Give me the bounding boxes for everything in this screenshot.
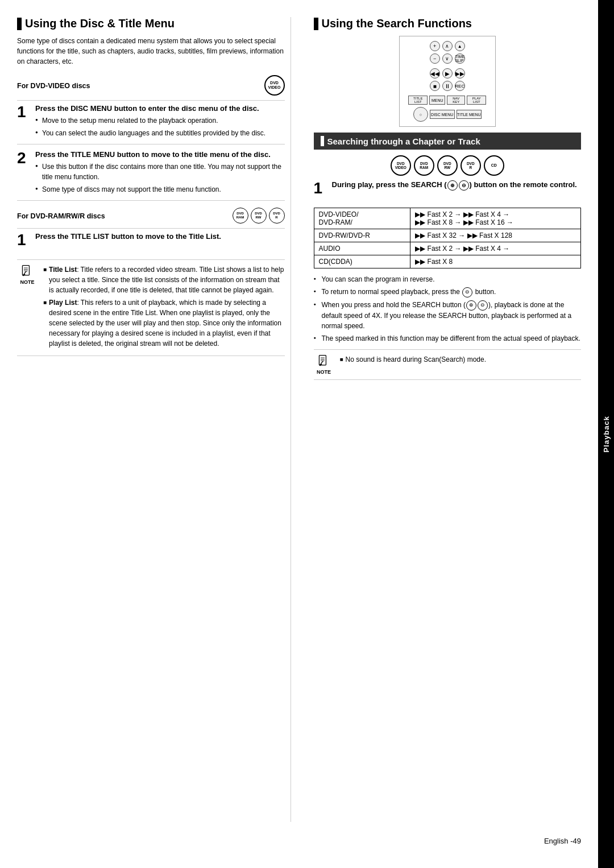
table-cell-dvd-rw-label: DVD-RW/DVD-R bbox=[314, 229, 410, 242]
note-icon-right: NOTE bbox=[314, 354, 334, 375]
step2-bullet-1: Use this button if the disc contains mor… bbox=[35, 162, 285, 182]
left-title-text: Using the Disc & Title Menu bbox=[25, 17, 175, 30]
remote-btn-navi-key: NAVKEY bbox=[447, 96, 465, 105]
right-step1-title: During play, press the SEARCH (⊕⊖) butto… bbox=[332, 180, 582, 191]
search-cd-icon: CD bbox=[484, 155, 504, 176]
page-footer: English -49 bbox=[17, 833, 581, 845]
search-dvd-rw-icon: DVDRW bbox=[437, 155, 458, 176]
step1-content: Press the DISC MENU button to enter the … bbox=[35, 104, 285, 138]
dvd-ram-label: For DVD-RAM/RW/R discs bbox=[17, 212, 105, 220]
left-note: NOTE ■ Title List: Title refers to a rec… bbox=[17, 259, 285, 356]
left-step-2: 2 Press the TITLE MENU button to move to… bbox=[17, 150, 285, 201]
remote-btn-title-list: TITLELIST bbox=[408, 96, 428, 105]
step2-content: Press the TITLE MENU button to move to t… bbox=[35, 150, 285, 195]
left-step-3: 1 Press the TITLE LIST button to move to… bbox=[17, 232, 285, 254]
table-row-cdda: CD(CDDA) ▶▶ Fast X 8 bbox=[314, 255, 581, 268]
note-bullet-playlist: ■ Play List: This refers to a unit of pl… bbox=[43, 297, 285, 349]
dvd-video-section-header: For DVD-VIDEO discs DVDVIDEO bbox=[17, 75, 285, 101]
step3-title: Press the TITLE LIST button to move to t… bbox=[35, 232, 285, 241]
svg-marker-10 bbox=[319, 363, 322, 366]
search-dvd-video-icon: DVDVIDEO bbox=[391, 155, 411, 176]
left-section-title: Using the Disc & Title Menu bbox=[17, 17, 285, 30]
table-cell-dvd-rw-speed: ▶▶ Fast X 32 → ▶▶ Fast X 128 bbox=[410, 229, 581, 242]
left-intro: Some type of discs contain a dedicated m… bbox=[17, 36, 285, 67]
table-cell-dvd-video-label: DVD-VIDEO/DVD-RAM/ bbox=[314, 208, 410, 229]
svg-marker-4 bbox=[22, 273, 25, 276]
search-banner-text: Searching through a Chapter or Track bbox=[327, 137, 480, 146]
right-step-1: 1 During play, press the SEARCH (⊕⊖) but… bbox=[314, 180, 582, 202]
dvd-ram-icons: DVDRAM DVDRW DVDR bbox=[233, 208, 285, 224]
right-step1-content: During play, press the SEARCH (⊕⊖) butto… bbox=[332, 180, 582, 196]
remote-btn-disc-menu-circle: ○ bbox=[413, 107, 428, 122]
step1-number: 1 bbox=[17, 104, 31, 138]
table-row-dvd-rw: DVD-RW/DVD-R ▶▶ Fast X 32 → ▶▶ Fast X 12… bbox=[314, 229, 581, 242]
remote-btn-minus: − bbox=[430, 53, 440, 64]
table-row-dvd-video: DVD-VIDEO/DVD-RAM/ ▶▶ Fast X 2 → ▶▶ Fast… bbox=[314, 208, 581, 229]
dvd-ram-icon: DVDRAM bbox=[233, 208, 248, 224]
search-hold-fwd-icon: ⊕ bbox=[466, 300, 476, 311]
sidebar-tab: Playback bbox=[598, 0, 614, 868]
right-bullet-list: You can scan the program in reverse. To … bbox=[314, 274, 582, 344]
remote-btn-play: ▶ bbox=[442, 68, 453, 78]
left-step-1: 1 Press the DISC MENU button to enter th… bbox=[17, 104, 285, 144]
note-bullet-scan: ■ No sound is heard during Scan(Search) … bbox=[340, 354, 582, 365]
step2-title: Press the TITLE MENU button to move to t… bbox=[35, 150, 285, 159]
footer-page-number: English -49 bbox=[544, 837, 581, 845]
right-step1-number: 1 bbox=[314, 180, 327, 196]
step3-content: Press the TITLE LIST button to move to t… bbox=[35, 232, 285, 248]
right-bullet-3: When you press and hold the SEARCH butto… bbox=[314, 300, 582, 331]
right-bullet-2: To return to normal speed playback, pres… bbox=[314, 287, 582, 297]
table-cell-cdda-speed: ▶▶ Fast X 8 bbox=[410, 255, 581, 268]
search-table-body: DVD-VIDEO/DVD-RAM/ ▶▶ Fast X 2 → ▶▶ Fast… bbox=[314, 208, 581, 268]
table-cell-audio-speed: ▶▶ Fast X 2 → ▶▶ Fast X 4 → bbox=[410, 242, 581, 255]
right-note: NOTE ■ No sound is heard during Scan(Sea… bbox=[314, 349, 582, 380]
step1-bullet-1: Move to the setup menu related to the pl… bbox=[35, 115, 285, 126]
remote-btn-down: ∨ bbox=[442, 53, 453, 64]
note-content-left: ■ Title List: Title refers to a recorded… bbox=[43, 264, 285, 351]
note-content-right: ■ No sound is heard during Scan(Search) … bbox=[340, 354, 582, 375]
normal-play-icon: ⊖ bbox=[462, 287, 472, 297]
note-bullet-titlelist: ■ Title List: Title refers to a recorded… bbox=[43, 264, 285, 295]
right-section-title: Using the Search Functions bbox=[314, 17, 582, 30]
dvd-video-icon: DVDVIDEO bbox=[264, 75, 285, 96]
step1-bullet-2: You can select the audio languages and t… bbox=[35, 128, 285, 138]
note-icon-left: NOTE bbox=[17, 264, 38, 285]
table-row-audio: AUDIO ▶▶ Fast X 2 → ▶▶ Fast X 4 → bbox=[314, 242, 581, 255]
remote-btn-rec: REC bbox=[455, 81, 465, 91]
remote-btn-time-slip: TIMESLIP bbox=[455, 53, 465, 64]
remote-btn-stop: ■ bbox=[430, 81, 440, 91]
search-fwd-icon: ⊕ bbox=[447, 180, 458, 191]
right-title-text: Using the Search Functions bbox=[322, 17, 472, 30]
dvd-ram-section-header: For DVD-RAM/RW/R discs DVDRAM DVDRW DVDR bbox=[17, 208, 285, 229]
remote-btn-pause: ⏸ bbox=[442, 81, 453, 91]
search-dvd-ram-icon: DVDRAM bbox=[414, 155, 434, 176]
svg-rect-0 bbox=[22, 266, 29, 275]
search-speed-table: DVD-VIDEO/DVD-RAM/ ▶▶ Fast X 2 → ▶▶ Fast… bbox=[314, 208, 582, 268]
remote-btn-disc-menu-text: DISC MENU bbox=[430, 110, 455, 119]
search-dvd-icons: DVDVIDEO DVDRAM DVDRW DVDR CD bbox=[314, 155, 582, 176]
svg-line-5 bbox=[24, 271, 26, 273]
right-bullet-1: You can scan the program in reverse. bbox=[314, 274, 582, 284]
step2-bullet-2: Some type of discs may not support the t… bbox=[35, 184, 285, 195]
remote-btn-up: ∧ bbox=[442, 41, 453, 51]
remote-btn-menu: MENU bbox=[429, 96, 445, 105]
step2-number: 2 bbox=[17, 150, 31, 195]
dvd-r-icon: DVDR bbox=[269, 208, 285, 224]
table-cell-cdda-label: CD(CDDA) bbox=[314, 255, 410, 268]
search-rew-icon: ⊖ bbox=[459, 180, 469, 191]
search-hold-rew-icon: ⊖ bbox=[478, 300, 488, 311]
step1-title: Press the DISC MENU button to enter the … bbox=[35, 104, 285, 113]
table-cell-dvd-video-speed: ▶▶ Fast X 2 → ▶▶ Fast X 4 →▶▶ Fast X 8 →… bbox=[410, 208, 581, 229]
step3-number: 1 bbox=[17, 232, 31, 248]
remote-btn-fwd: ▶▶ bbox=[455, 68, 465, 78]
remote-btn-play-list: PLAYLIST bbox=[467, 96, 486, 105]
sidebar-label: Playback bbox=[602, 416, 611, 452]
remote-control-image: + ∧ ▲ − ∨ TIMESLIP ◀◀ ▶ bbox=[314, 36, 582, 127]
remote-btn-skip-fwd: ▲ bbox=[455, 41, 465, 51]
svg-line-11 bbox=[321, 361, 322, 363]
search-dvd-r-icon: DVDR bbox=[460, 155, 481, 176]
note-label-left: NOTE bbox=[20, 279, 34, 285]
right-bullet-4: The speed marked in this function may be… bbox=[314, 333, 582, 344]
remote-btn-plus: + bbox=[430, 41, 440, 51]
svg-rect-6 bbox=[319, 355, 326, 365]
